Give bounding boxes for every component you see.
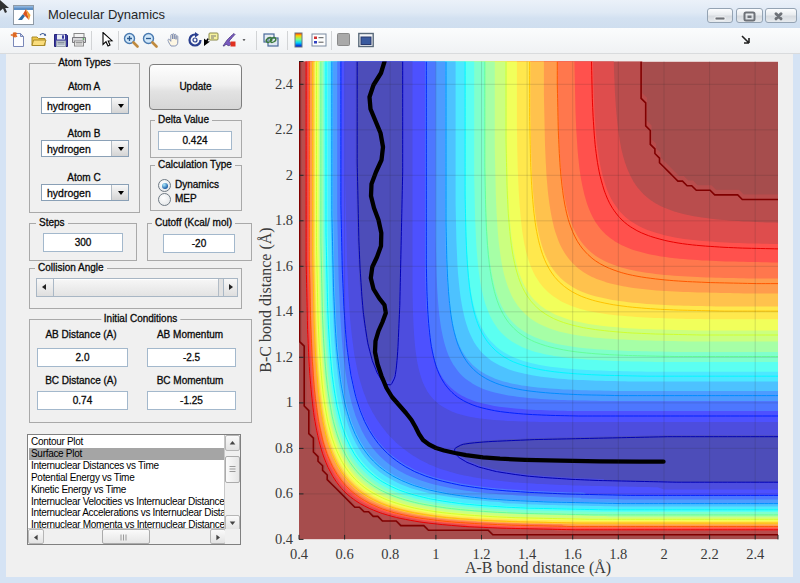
svg-text:0.8: 0.8 <box>381 546 399 562</box>
svg-text:2.2: 2.2 <box>701 546 719 562</box>
svg-text:1.8: 1.8 <box>609 546 627 562</box>
svg-text:1: 1 <box>286 394 293 410</box>
svg-text:0.6: 0.6 <box>275 485 293 501</box>
svg-text:1.4: 1.4 <box>275 303 294 319</box>
svg-text:A-B bond distance (Å): A-B bond distance (Å) <box>465 559 611 577</box>
svg-text:B-C bond distance (Å): B-C bond distance (Å) <box>257 227 275 372</box>
svg-text:2.4: 2.4 <box>275 76 294 92</box>
svg-text:2: 2 <box>660 546 667 562</box>
svg-text:2: 2 <box>286 167 293 183</box>
svg-text:0.8: 0.8 <box>275 440 293 456</box>
svg-text:0.6: 0.6 <box>336 546 354 562</box>
svg-text:0.4: 0.4 <box>275 531 294 547</box>
svg-text:0.4: 0.4 <box>290 546 309 562</box>
svg-text:1: 1 <box>432 546 439 562</box>
svg-text:1.2: 1.2 <box>275 349 293 365</box>
svg-text:2.4: 2.4 <box>746 546 765 562</box>
svg-text:1.8: 1.8 <box>275 212 293 228</box>
svg-text:2.2: 2.2 <box>275 121 293 137</box>
svg-text:1.6: 1.6 <box>275 258 293 274</box>
